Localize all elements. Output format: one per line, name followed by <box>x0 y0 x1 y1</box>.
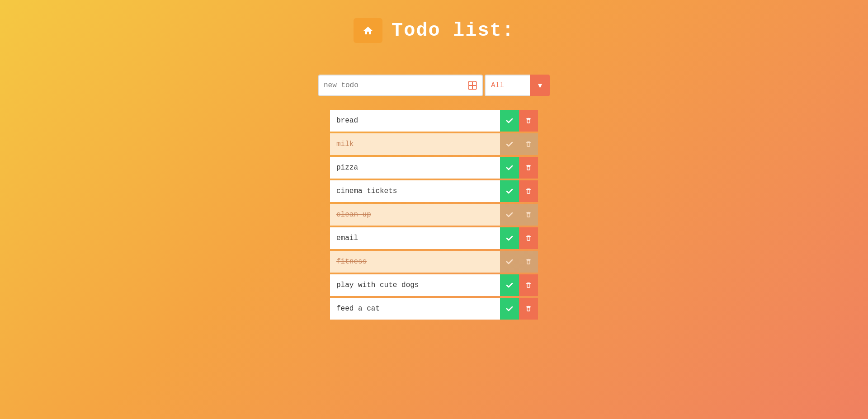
todo-item: clean up <box>330 204 538 226</box>
todo-text: cinema tickets <box>330 180 500 202</box>
check-icon <box>506 141 513 148</box>
todo-text: clean up <box>330 204 500 226</box>
todo-check-button[interactable] <box>500 157 519 179</box>
todo-check-button[interactable] <box>500 110 519 132</box>
svg-rect-28 <box>527 237 530 240</box>
todo-text: milk <box>330 133 500 155</box>
svg-rect-38 <box>527 284 530 287</box>
trash-icon <box>525 235 532 242</box>
todo-delete-button[interactable] <box>519 133 538 155</box>
todo-text: fitness <box>330 251 500 273</box>
trash-icon <box>525 305 532 312</box>
trash-icon <box>525 188 532 195</box>
todo-item: bread <box>330 110 538 132</box>
todo-item: milk <box>330 133 538 155</box>
todo-check-button[interactable] <box>500 274 519 296</box>
todo-item: email <box>330 227 538 249</box>
todo-check-button[interactable] <box>500 227 519 249</box>
svg-rect-43 <box>527 307 530 311</box>
todo-delete-button[interactable] <box>519 204 538 226</box>
trash-icon <box>525 211 532 218</box>
todo-delete-button[interactable] <box>519 110 538 132</box>
todo-text: pizza <box>330 157 500 179</box>
todo-delete-button[interactable] <box>519 180 538 202</box>
svg-rect-33 <box>527 260 530 264</box>
todo-item: cinema tickets <box>330 180 538 202</box>
todo-check-button[interactable] <box>500 298 519 320</box>
todo-delete-button[interactable] <box>519 157 538 179</box>
todo-delete-button[interactable] <box>519 227 538 249</box>
check-icon <box>506 282 513 289</box>
trash-icon <box>525 282 532 289</box>
todo-check-button[interactable] <box>500 251 519 273</box>
todo-delete-button[interactable] <box>519 251 538 273</box>
check-icon <box>506 258 513 265</box>
todo-item: feed a cat <box>330 298 538 320</box>
input-row: All ▾ <box>318 75 550 96</box>
todo-check-button[interactable] <box>500 204 519 226</box>
trash-icon <box>525 258 532 265</box>
svg-rect-23 <box>527 213 530 217</box>
check-icon <box>506 235 513 242</box>
check-icon <box>506 211 513 218</box>
check-icon <box>506 117 513 124</box>
svg-rect-13 <box>527 166 530 170</box>
todo-text: play with cute dogs <box>330 274 500 296</box>
todo-check-button[interactable] <box>500 133 519 155</box>
add-todo-button[interactable] <box>463 75 483 96</box>
todo-text: bread <box>330 110 500 132</box>
trash-icon <box>525 117 532 124</box>
todo-list: breadmilkpizzacinema ticketsclean upemai… <box>330 110 538 320</box>
check-icon <box>506 188 513 195</box>
chevron-down-icon: ▾ <box>538 80 542 90</box>
todo-text: email <box>330 227 500 249</box>
svg-rect-8 <box>527 143 530 146</box>
trash-icon <box>525 164 532 171</box>
home-icon <box>363 25 373 36</box>
new-todo-input[interactable] <box>318 75 463 96</box>
home-button[interactable] <box>354 18 382 43</box>
todo-item: play with cute dogs <box>330 274 538 296</box>
page-title: Todo list: <box>392 20 514 42</box>
svg-rect-3 <box>527 119 530 123</box>
todo-item: pizza <box>330 157 538 179</box>
filter-display: All <box>485 75 530 96</box>
todo-text: feed a cat <box>330 298 500 320</box>
svg-rect-1 <box>469 85 476 86</box>
svg-rect-18 <box>527 190 530 193</box>
filter-dropdown-button[interactable]: ▾ <box>530 75 550 96</box>
todo-item: fitness <box>330 251 538 273</box>
todo-check-button[interactable] <box>500 180 519 202</box>
todo-delete-button[interactable] <box>519 298 538 320</box>
trash-icon <box>525 141 532 148</box>
check-icon <box>506 305 513 312</box>
check-icon <box>506 164 513 171</box>
header: Todo list: <box>354 18 514 43</box>
filter-wrapper: All ▾ <box>485 75 550 96</box>
add-icon <box>468 81 477 90</box>
todo-delete-button[interactable] <box>519 274 538 296</box>
